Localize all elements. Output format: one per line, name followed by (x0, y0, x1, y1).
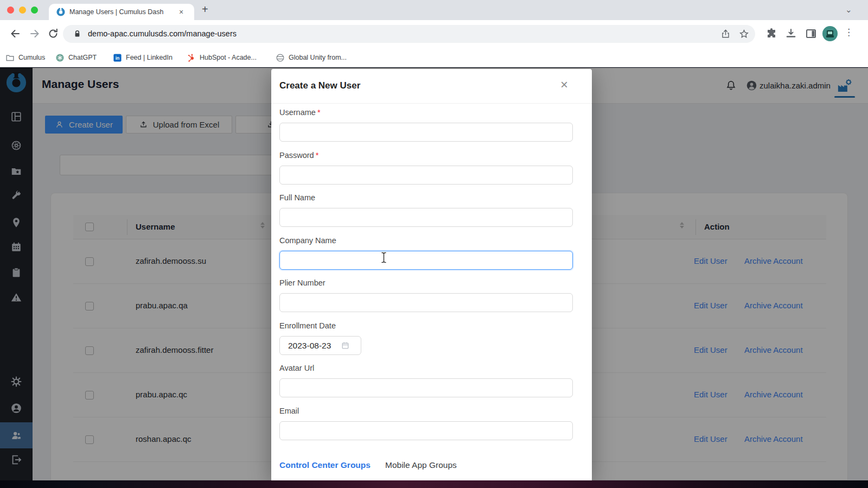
linkedin-icon: in (113, 53, 122, 62)
modal-close-icon[interactable]: × (560, 78, 568, 91)
field-label-company-name: Company Name (279, 236, 336, 245)
password-field[interactable] (279, 166, 573, 185)
browser-toolbar: demo-apac.cumulusds.com/manage-users ⋮ (0, 20, 868, 48)
side-panel-icon[interactable] (805, 27, 818, 40)
hubspot-icon (187, 53, 196, 62)
globe-icon (276, 53, 285, 62)
tab-title: Manage Users | Cumulus Dash (69, 8, 178, 16)
extensions-icon[interactable] (765, 27, 778, 40)
bookmark-linkedin[interactable]: in Feed | LinkedIn (113, 52, 173, 63)
desktop-wallpaper-strip (0, 480, 868, 488)
chevron-down-icon[interactable]: ⌄ (845, 5, 852, 15)
required-asterisk: * (317, 108, 321, 117)
browser-profile-avatar[interactable] (822, 26, 838, 42)
bookmark-chatgpt[interactable]: ChatGPT (55, 52, 97, 63)
tab-control-center-groups[interactable]: Control Center Groups (279, 460, 371, 470)
chatgpt-icon (55, 53, 65, 62)
kebab-menu-icon[interactable]: ⋮ (844, 27, 853, 38)
company-name-field[interactable] (279, 251, 573, 270)
tab-favicon-cumulus-logo (56, 8, 65, 16)
screen: Manage Users | Cumulus Dash × + ⌄ demo-a… (0, 0, 868, 488)
modal-title: Create a New User (279, 80, 360, 91)
bookmark-hubspot[interactable]: HubSpot - Acade... (187, 52, 257, 63)
downloads-icon[interactable] (784, 27, 797, 40)
field-label-email: Email (279, 407, 299, 415)
text-cursor (380, 252, 387, 263)
new-tab-icon[interactable]: + (202, 3, 208, 16)
lock-icon (73, 29, 82, 39)
folder-icon (5, 53, 15, 62)
back-icon[interactable] (9, 27, 22, 40)
address-bar[interactable]: demo-apac.cumulusds.com/manage-users (63, 25, 755, 43)
email-field[interactable] (279, 421, 573, 440)
forward-icon[interactable] (28, 27, 41, 40)
plier-number-field[interactable] (279, 293, 573, 312)
full-name-field[interactable] (279, 208, 573, 227)
browser-tab[interactable]: Manage Users | Cumulus Dash × (49, 4, 194, 20)
share-icon[interactable] (720, 29, 731, 39)
field-label-username: Username* (279, 108, 321, 117)
username-field[interactable] (279, 123, 573, 142)
enrollment-date-field[interactable]: 2023-08-23 (279, 336, 361, 355)
bookmark-star-icon[interactable] (739, 29, 749, 39)
bookmark-label: HubSpot - Acade... (200, 54, 257, 61)
field-label-full-name: Full Name (279, 193, 315, 202)
bookmark-label: Cumulus (18, 54, 45, 61)
url-text: demo-apac.cumulusds.com/manage-users (88, 29, 237, 38)
svg-text:in: in (116, 55, 120, 61)
calendar-icon (341, 341, 350, 350)
bookmarks-bar: Cumulus ChatGPT in Feed | LinkedIn HubSp… (0, 48, 868, 67)
bookmark-label: Global Unity from... (289, 54, 347, 61)
mac-minimize-button[interactable] (19, 7, 26, 14)
browser-tabstrip: Manage Users | Cumulus Dash × + ⌄ (0, 0, 868, 20)
avatar-url-field[interactable] (279, 378, 573, 397)
tab-close-icon[interactable]: × (179, 8, 183, 16)
mac-close-button[interactable] (7, 7, 14, 14)
mac-zoom-button[interactable] (31, 7, 38, 14)
enrollment-date-value: 2023-08-23 (288, 341, 331, 351)
web-page: Manage Users zulaikha.zaki.admin Create … (0, 68, 868, 480)
field-label-plier-number: Plier Number (279, 278, 326, 287)
tab-mobile-app-groups[interactable]: Mobile App Groups (385, 460, 457, 470)
bookmark-label: Feed | LinkedIn (126, 54, 173, 61)
divider (271, 103, 592, 104)
field-label-avatar-url: Avatar Url (279, 364, 314, 372)
bookmark-label: ChatGPT (68, 54, 97, 61)
bookmark-global-unity[interactable]: Global Unity from... (276, 52, 347, 63)
field-label-password: Password* (279, 151, 318, 160)
required-asterisk: * (316, 151, 319, 160)
create-user-modal: Create a New User × Username* Password* … (271, 69, 592, 480)
reload-icon[interactable] (47, 27, 60, 40)
bookmark-cumulus[interactable]: Cumulus (5, 52, 45, 63)
field-label-enrollment-date: Enrollment Date (279, 321, 336, 330)
